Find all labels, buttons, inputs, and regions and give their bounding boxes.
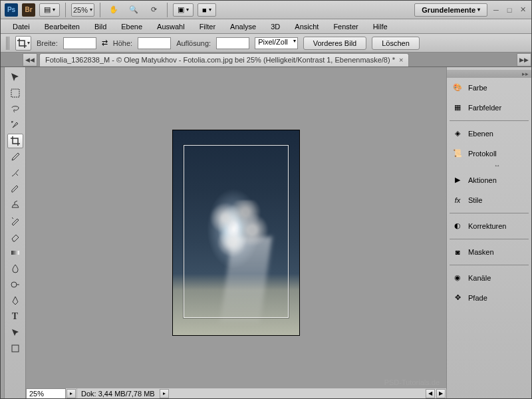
zoom-tool-icon[interactable]: 🔍	[126, 3, 142, 17]
actions-icon: ▶	[452, 175, 463, 186]
height-input[interactable]	[138, 37, 171, 49]
menu-filter[interactable]: Filter	[193, 21, 222, 33]
masks-icon: ◙	[452, 247, 463, 257]
canvas-viewport[interactable]: PSD-Tutorials.de	[26, 67, 446, 398]
dodge-tool-icon[interactable]	[7, 277, 23, 292]
menu-hilfe[interactable]: Hilfe	[366, 21, 394, 33]
separator	[450, 239, 529, 239]
panel-ebenen[interactable]: ◈Ebenen	[447, 124, 531, 144]
front-image-button[interactable]: Vorderes Bild	[303, 37, 366, 50]
resolution-label: Auflösung:	[176, 39, 211, 47]
svg-point-2	[11, 282, 17, 287]
swap-icon[interactable]: ⇄	[102, 39, 108, 47]
quick-select-tool-icon[interactable]	[7, 118, 23, 132]
document-tab-title: Fotolia_1362838_M - © Oleg Matyukhov - F…	[45, 56, 395, 64]
menu-bearbeiten[interactable]: Bearbeiten	[38, 21, 86, 33]
workspace-switcher[interactable]: Grundelemente ▾	[414, 3, 487, 17]
watermark: PSD-Tutorials.de	[384, 378, 440, 386]
menu-ansicht[interactable]: Ansicht	[288, 21, 325, 33]
scroll-left-icon[interactable]: ◀	[426, 389, 435, 398]
photoshop-logo-icon[interactable]: Ps	[5, 3, 18, 17]
scroll-right-icon[interactable]: ▶	[436, 389, 446, 398]
toolbox: T	[5, 67, 26, 398]
healing-brush-icon[interactable]	[7, 166, 23, 180]
status-flyout-icon[interactable]: ▸	[160, 389, 169, 398]
svg-rect-3	[12, 345, 19, 352]
panel-label: Masken	[468, 248, 494, 256]
zoom-select[interactable]: 25% ▾	[71, 3, 94, 17]
bridge-logo-icon[interactable]: Br	[22, 3, 35, 17]
crop-tool-icon[interactable]: ▾	[15, 36, 31, 51]
pen-tool-icon[interactable]	[7, 293, 23, 308]
eyedropper-tool-icon[interactable]	[7, 150, 23, 164]
menu-auswahl[interactable]: Auswahl	[150, 21, 192, 33]
panel-label: Ebenen	[468, 130, 493, 138]
panel-label: Pfade	[468, 294, 487, 302]
layers-icon: ◈	[452, 128, 463, 139]
brush-tool-icon[interactable]	[7, 182, 23, 196]
status-doc-size: Dok: 3,44 MB/7,78 MB	[77, 390, 159, 398]
panels-collapse-icon[interactable]: ▸▸	[447, 70, 531, 78]
minimize-icon[interactable]: ─	[491, 5, 501, 15]
panel-kanaele[interactable]: ◉Kanäle	[447, 268, 531, 288]
gradient-tool-icon[interactable]	[7, 245, 23, 260]
adjustments-icon: ◐	[452, 221, 463, 231]
path-select-tool-icon[interactable]	[7, 325, 23, 340]
marquee-tool-icon[interactable]	[7, 86, 23, 100]
color-icon: 🎨	[452, 82, 463, 93]
close-icon[interactable]: ✕	[518, 5, 527, 15]
width-input[interactable]	[63, 37, 96, 49]
app-window: Ps Br ▤▾ 25% ▾ ✋ 🔍 ⟳ ▣▾ ■▾ Grundelemente…	[0, 0, 532, 399]
panel-korrekturen[interactable]: ◐Korrekturen	[447, 216, 531, 236]
clone-stamp-icon[interactable]	[7, 198, 23, 212]
panel-stile[interactable]: fxStile	[447, 190, 531, 210]
layout-flyout-button[interactable]: ▤▾	[39, 3, 60, 17]
main-area: T PSD-Tutorials.de ▸ Dok: 3,44 MB/7,78 M…	[1, 67, 531, 398]
lasso-tool-icon[interactable]	[7, 102, 23, 116]
options-bar: ▾ Breite: ⇄ Höhe: Auflösung: Pixel/Zoll …	[1, 34, 531, 53]
eraser-tool-icon[interactable]	[7, 229, 23, 244]
menu-analyse[interactable]: Analyse	[223, 21, 263, 33]
crop-tool-icon[interactable]	[7, 134, 23, 148]
tab-close-icon[interactable]: ×	[399, 56, 403, 64]
grip-handle[interactable]	[6, 37, 10, 50]
crop-selection[interactable]	[184, 145, 289, 318]
width-label: Breite:	[37, 39, 58, 47]
menu-3d[interactable]: 3D	[264, 21, 287, 33]
panel-label: Kanäle	[468, 274, 491, 282]
units-select[interactable]: Pixel/Zoll	[255, 37, 298, 49]
arrange-flyout-button[interactable]: ▣▾	[173, 3, 194, 17]
panel-aktionen[interactable]: ▶Aktionen	[447, 170, 531, 190]
tab-scroll-left-icon[interactable]: ◀◀	[23, 53, 37, 66]
move-tool-icon[interactable]	[7, 70, 23, 84]
panel-farbfelder[interactable]: ▦Farbfelder	[447, 98, 531, 118]
document-canvas[interactable]	[172, 130, 300, 336]
svg-rect-1	[11, 251, 19, 255]
resolution-input[interactable]	[216, 37, 249, 49]
history-icon: 📜	[452, 148, 463, 159]
status-zoom-input[interactable]	[26, 388, 66, 399]
blur-tool-icon[interactable]	[7, 261, 23, 276]
status-flyout-icon[interactable]: ▸	[66, 389, 76, 398]
panel-farbe[interactable]: 🎨Farbe	[447, 78, 531, 98]
menu-ebene[interactable]: Ebene	[114, 21, 149, 33]
shape-tool-icon[interactable]	[7, 341, 23, 356]
height-label: Höhe:	[113, 39, 132, 47]
panel-label: Farbe	[468, 84, 487, 92]
panel-label: Farbfelder	[468, 104, 501, 112]
screen-mode-flyout-button[interactable]: ■▾	[198, 3, 216, 17]
tab-scroll-right-icon[interactable]: ▶▶	[517, 53, 531, 66]
menu-bild[interactable]: Bild	[88, 21, 113, 33]
clear-button[interactable]: Löschen	[372, 37, 420, 50]
hand-tool-icon[interactable]: ✋	[106, 3, 122, 17]
restore-icon[interactable]: □	[505, 5, 514, 15]
top-toolbar: Ps Br ▤▾ 25% ▾ ✋ 🔍 ⟳ ▣▾ ■▾ Grundelemente…	[1, 1, 531, 19]
history-brush-icon[interactable]	[7, 213, 23, 228]
menu-fenster[interactable]: Fenster	[327, 21, 364, 33]
type-tool-icon[interactable]: T	[7, 309, 23, 324]
menu-datei[interactable]: Datei	[6, 21, 37, 33]
rotate-view-icon[interactable]: ⟳	[146, 3, 162, 17]
panel-masken[interactable]: ◙Masken	[447, 242, 531, 262]
document-tab[interactable]: Fotolia_1362838_M - © Oleg Matyukhov - F…	[39, 53, 409, 66]
panel-pfade[interactable]: ✥Pfade	[447, 288, 531, 308]
